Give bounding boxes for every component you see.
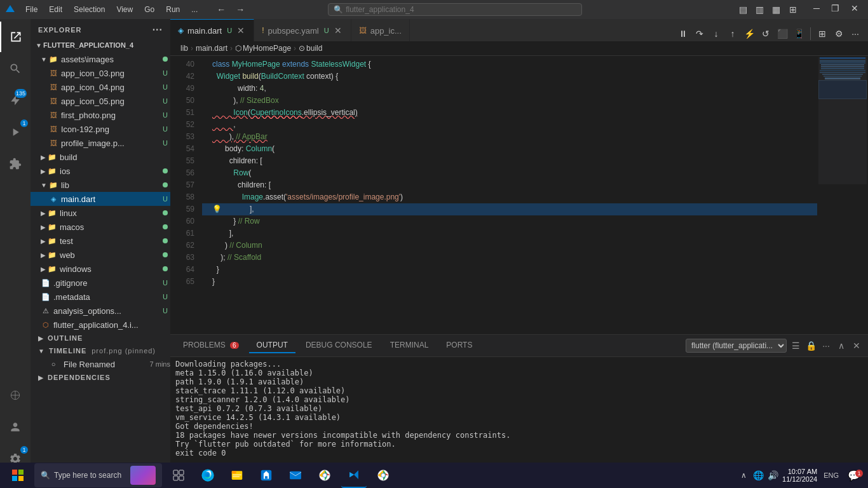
breadcrumb-method[interactable]: ⊙ build [299, 44, 322, 53]
sidebar-item-ios[interactable]: ▶ 📁 ios [31, 164, 170, 178]
breadcrumb-class[interactable]: ⬡ MyHomePage [235, 44, 291, 53]
taskbar-clock[interactable]: 10:07 AM 11/12/2024 [782, 468, 817, 483]
layout-toggle3[interactable]: ▦ [769, 2, 784, 17]
taskbar-start-button[interactable] [5, 463, 31, 488]
panel-tab-debug-console[interactable]: DEBUG CONSOLE [298, 338, 380, 353]
sidebar-section-dependencies[interactable]: ▶ DEPENDENCIES [31, 371, 170, 384]
code-content[interactable]: class MyHomePage extends StatelessWidget… [202, 56, 817, 334]
customize-layout-icon[interactable]: ⚙ [831, 26, 846, 41]
taskbar-search[interactable]: 🔍 Type here to search [34, 463, 162, 487]
more-icon[interactable]: ··· [848, 26, 863, 41]
tab-pubspec-yaml[interactable]: ! pubspec.yaml U ✕ [254, 19, 351, 41]
activity-remote[interactable] [0, 380, 31, 410]
sidebar-section-outline[interactable]: ▶ OUTLINE [31, 332, 170, 344]
taskbar-language[interactable]: ENG [821, 471, 841, 479]
restore-button[interactable]: ❐ [827, 2, 844, 15]
taskbar-app-files[interactable] [224, 463, 250, 488]
close-button[interactable]: ✕ [846, 2, 863, 15]
activity-source-control[interactable]: 135 [0, 85, 31, 116]
sidebar-project-root[interactable]: ▼ FLUTTER_APPLICATION_4 [31, 38, 170, 52]
sidebar-item-main-dart[interactable]: ◈ main.dart U [31, 192, 170, 206]
menu-edit[interactable]: Edit [44, 4, 67, 15]
activity-search[interactable] [0, 53, 31, 84]
sidebar-item-app-icon-04[interactable]: 🖼 app_icon_04.png U [31, 80, 170, 94]
panel-chevron-up-icon[interactable]: ∧ [835, 339, 848, 352]
activity-explorer[interactable] [0, 22, 31, 52]
sidebar-timeline-event[interactable]: ○ File Renamed 7 mins [31, 357, 170, 371]
tab-close-button[interactable]: ✕ [333, 25, 343, 36]
minimize-button[interactable]: ─ [808, 2, 825, 15]
activity-run[interactable]: 1 [0, 117, 31, 147]
stop-icon[interactable]: ⬛ [775, 26, 790, 41]
terminal-selector[interactable]: flutter (flutter_applicati... [686, 339, 787, 353]
sidebar-item-analysis-options[interactable]: ⚠ analysis_options... U [31, 304, 170, 318]
sidebar-section-timeline[interactable]: ▼ TIMELINE prof.png (pinned) [31, 344, 170, 357]
menu-selection[interactable]: Selection [69, 4, 110, 15]
sidebar-item-windows[interactable]: ▶ 📁 windows [31, 262, 170, 276]
sidebar-item-lib[interactable]: ▼ 📁 lib [31, 178, 170, 192]
nav-back-button[interactable]: ← [213, 3, 229, 16]
menu-view[interactable]: View [111, 4, 138, 15]
sidebar-item-app-icon-05[interactable]: 🖼 app_icon_05.png U [31, 94, 170, 108]
taskbar-network-icon[interactable]: 🌐 [753, 470, 764, 480]
taskbar-tray-up-arrow[interactable]: ∧ [738, 471, 749, 480]
sidebar-item-flutter-app[interactable]: ⬡ flutter_application_4.i... [31, 318, 170, 332]
sidebar-item-app-icon-03[interactable]: 🖼 app_icon_03.png U [31, 66, 170, 80]
menu-run[interactable]: Run [161, 4, 185, 15]
panel-tab-ports[interactable]: PORTS [438, 338, 480, 353]
activity-accounts[interactable] [0, 412, 31, 442]
activity-extensions[interactable] [0, 149, 31, 179]
panel-tab-terminal[interactable]: TERMINAL [383, 338, 437, 353]
menu-file[interactable]: File [20, 4, 43, 15]
sidebar-item-first-photo[interactable]: 🖼 first_photo.png U [31, 108, 170, 122]
titlebar-search-input[interactable] [346, 5, 473, 14]
taskbar-volume-icon[interactable]: 🔊 [768, 470, 778, 480]
panel-more-icon[interactable]: ··· [820, 339, 832, 352]
pause-icon[interactable]: ⏸ [675, 26, 691, 41]
taskbar-notifications[interactable]: 💬 1 [845, 470, 863, 482]
taskbar-app-taskview[interactable] [166, 463, 191, 488]
tab-app-icon[interactable]: 🖼 app_ic... [351, 19, 410, 41]
panel-close-icon[interactable]: ✕ [850, 339, 863, 352]
layout-toggle[interactable]: ▤ [736, 2, 751, 17]
sidebar-item-web[interactable]: ▶ 📁 web [31, 248, 170, 262]
nav-forward-button[interactable]: → [232, 3, 248, 16]
taskbar-app-chrome-1[interactable] [312, 463, 337, 488]
sidebar-item-profile-image[interactable]: 🖼 profile_image.p... U [31, 136, 170, 150]
titlebar-search-bar[interactable]: 🔍 [328, 3, 582, 16]
panel-lock-icon[interactable]: 🔒 [804, 339, 817, 352]
taskbar-app-store[interactable] [254, 463, 279, 488]
tab-close-button[interactable]: ✕ [236, 25, 246, 36]
sidebar-item-gitignore[interactable]: 📄 .gitignore U [31, 276, 170, 290]
step-out-icon[interactable]: ↑ [725, 26, 740, 41]
tab-main-dart[interactable]: ◈ main.dart U ✕ [170, 19, 254, 41]
sidebar-item-icon-192[interactable]: 🖼 Icon-192.png U [31, 122, 170, 136]
step-into-icon[interactable]: ↓ [709, 26, 724, 41]
restart-icon[interactable]: ↺ [758, 26, 773, 41]
breadcrumb-file[interactable]: main.dart [196, 44, 227, 53]
lightning-icon[interactable]: ⚡ [742, 26, 757, 41]
step-over-icon[interactable]: ↷ [692, 26, 707, 41]
breadcrumb-lib[interactable]: lib [180, 44, 188, 53]
sidebar-item-metadata[interactable]: 📄 .metadata U [31, 290, 170, 304]
layout-toggle2[interactable]: ▥ [752, 2, 768, 17]
layout-icon[interactable]: ⊞ [815, 26, 830, 41]
sidebar-item-build[interactable]: ▶ 📁 build [31, 150, 170, 164]
taskbar-app-vscode[interactable] [341, 463, 367, 488]
layout-toggle4[interactable]: ⊞ [785, 2, 801, 17]
taskbar-app-mail[interactable] [283, 463, 308, 488]
sidebar-item-test[interactable]: ▶ 📁 test [31, 234, 170, 248]
taskbar-app-edge[interactable] [195, 463, 220, 488]
screen-icon[interactable]: 📱 [791, 26, 806, 41]
menu-more[interactable]: ... [186, 4, 203, 15]
lightbulb-icon[interactable]: 💡 [212, 203, 222, 215]
panel-tab-output[interactable]: OUTPUT [249, 338, 295, 353]
panel-list-icon[interactable]: ☰ [789, 339, 802, 352]
menu-go[interactable]: Go [139, 4, 159, 15]
sidebar-more-button[interactable]: ··· [153, 24, 163, 36]
panel-tab-problems[interactable]: PROBLEMS 6 [175, 338, 247, 353]
sidebar-item-macos[interactable]: ▶ 📁 macos [31, 220, 170, 234]
taskbar-app-chrome-2[interactable] [370, 463, 396, 488]
sidebar-item-assets-images[interactable]: ▼ 📁 assets\images [31, 52, 170, 66]
sidebar-item-linux[interactable]: ▶ 📁 linux [31, 206, 170, 220]
